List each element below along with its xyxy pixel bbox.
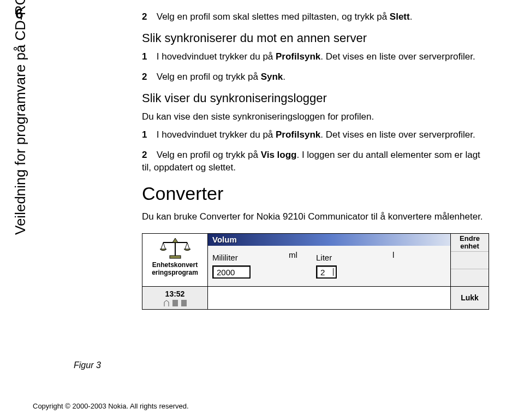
svg-line-4 [161, 242, 163, 249]
svg-line-6 [185, 242, 187, 249]
scales-icon [159, 237, 192, 260]
indicator-icon [181, 300, 187, 306]
step-bold: Slett [390, 11, 410, 22]
svg-marker-2 [172, 238, 178, 242]
step-number: 1 [142, 129, 154, 141]
heading-sync-other-server: Slik synkroniserer du mot en annen serve… [142, 31, 491, 45]
step-text-post: . Det vises en liste over serverprofiler… [320, 51, 475, 62]
step-view-log: 2 Velg en profil og trykk på Vis logg. I… [142, 149, 491, 174]
softkey-empty-3 [451, 269, 489, 286]
step-number: 2 [142, 149, 154, 162]
softkeys-right: Endre enhet [450, 234, 489, 286]
step-bold: Profilsynk [276, 51, 320, 62]
copyright-text: Copyright © 2000-2003 Nokia. All rights … [33, 402, 189, 410]
step-text: Velg en profil og trykk på [157, 72, 261, 82]
step-bold: Vis logg [261, 150, 297, 160]
softkey-text-line2: enhet [460, 242, 480, 250]
from-unit: ml [289, 250, 297, 259]
app-name: Enhetskonvert eringsprogram [152, 261, 198, 277]
to-value-field[interactable]: 2 [316, 265, 337, 279]
step-press-synk: 2 Velg en profil og trykk på Synk. [142, 71, 491, 84]
softkey-change-unit[interactable]: Endre enhet [451, 234, 489, 252]
device-main-area: Volum Mililiter 2000 ml Liter 2 l [208, 234, 450, 286]
paragraph-logs-intro: Du kan vise den siste synkroniseringslog… [142, 111, 491, 123]
title-band: Volum [208, 234, 450, 246]
clock-time: 13:52 [165, 289, 185, 298]
device-screenshot: Enhetskonvert eringsprogram Volum Milili… [142, 233, 489, 310]
battery-icon [172, 300, 178, 306]
step-text: I hovedvinduet trykker du på [157, 51, 276, 62]
device-top-row: Enhetskonvert eringsprogram Volum Milili… [142, 234, 489, 286]
main-content: 2 Velg en profil som skal slettes med pi… [142, 11, 491, 310]
to-label: Liter [316, 253, 392, 262]
step-text-post: . Det vises en liste over serverprofiler… [320, 129, 475, 140]
app-name-line2: eringsprogram [152, 269, 198, 276]
app-icon-panel: Enhetskonvert eringsprogram [142, 234, 208, 286]
figure-label: Figur 3 [74, 360, 101, 370]
svg-line-5 [163, 242, 165, 249]
step-open-profilsynk-b: 1 I hovedvinduet trykker du på Profilsyn… [142, 129, 491, 141]
sidebar-title: Veiledning for programvare på CD-ROM [12, 0, 29, 235]
device-bottom-row: 13:52 Lukk [142, 286, 489, 309]
status-icons [164, 300, 187, 306]
from-value-field[interactable]: 2000 [212, 265, 251, 279]
softkey-empty-2 [451, 252, 489, 269]
step-open-profilsynk-a: 1 I hovedvinduet trykker du på Profilsyn… [142, 51, 491, 63]
status-clock-cell: 13:52 [142, 287, 208, 309]
paragraph-converter-intro: Du kan bruke Converter for Nokia 9210i C… [142, 211, 491, 223]
signal-icon [164, 300, 169, 306]
screen-title: Volum [212, 235, 237, 244]
step-text-post: . [410, 11, 413, 22]
step-text: Velg en profil og trykk på [157, 150, 261, 160]
from-label: Mililiter [212, 253, 289, 262]
heading-converter: Converter [142, 183, 491, 204]
heading-view-logs: Slik viser du synkroniseringslogger [142, 91, 491, 105]
step-bold: Profilsynk [276, 129, 320, 140]
svg-line-7 [187, 242, 189, 249]
step-number: 2 [142, 11, 154, 23]
softkey-text-line1: Endre [460, 235, 480, 242]
svg-rect-3 [170, 256, 181, 258]
step-delete-profile: 2 Velg en profil som skal slettes med pi… [142, 11, 491, 23]
softkey-close[interactable]: Lukk [450, 287, 489, 309]
step-text: Velg en profil som skal slettes med pilt… [157, 11, 390, 22]
status-strip [208, 287, 450, 309]
app-name-line1: Enhetskonvert [152, 261, 198, 269]
step-number: 1 [142, 51, 154, 63]
to-unit: l [392, 250, 394, 259]
converter-form: Mililiter 2000 ml Liter 2 l [208, 246, 450, 286]
step-number: 2 [142, 71, 154, 84]
step-text-post: . [283, 72, 285, 82]
step-text: I hovedvinduet trykker du på [157, 129, 276, 140]
step-bold: Synk [261, 72, 283, 82]
